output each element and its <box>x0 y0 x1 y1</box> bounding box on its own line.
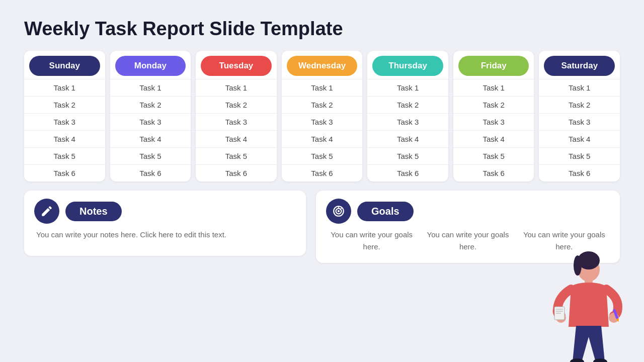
task-item-wednesday-4[interactable]: Task 4 <box>282 130 363 147</box>
task-item-monday-1[interactable]: Task 1 <box>110 79 191 96</box>
day-header-wednesday: Wednesday <box>287 56 358 76</box>
task-item-monday-6[interactable]: Task 6 <box>110 164 191 182</box>
task-item-wednesday-1[interactable]: Task 1 <box>282 79 363 96</box>
task-item-friday-4[interactable]: Task 4 <box>453 130 534 147</box>
task-item-wednesday-3[interactable]: Task 3 <box>282 113 363 130</box>
task-item-sunday-6[interactable]: Task 6 <box>24 164 105 182</box>
notes-body[interactable]: You can write your notes here. Click her… <box>34 229 296 241</box>
task-item-wednesday-5[interactable]: Task 5 <box>282 147 363 164</box>
page-title: Weekly Task Report Slide Template <box>24 18 620 40</box>
day-col-thursday: ThursdayTask 1Task 2Task 3Task 4Task 5Ta… <box>367 51 448 182</box>
svg-point-7 <box>574 255 582 276</box>
goals-header: Goals <box>326 199 610 224</box>
day-col-friday: FridayTask 1Task 2Task 3Task 4Task 5Task… <box>453 51 534 182</box>
notes-header: Notes <box>34 199 296 224</box>
goal-item-1[interactable]: You can write your goals here. <box>326 229 417 253</box>
task-item-monday-3[interactable]: Task 3 <box>110 113 191 130</box>
goals-label: Goals <box>357 202 414 221</box>
task-item-sunday-5[interactable]: Task 5 <box>24 147 105 164</box>
task-item-saturday-1[interactable]: Task 1 <box>539 79 620 96</box>
task-item-friday-5[interactable]: Task 5 <box>453 147 534 164</box>
day-col-monday: MondayTask 1Task 2Task 3Task 4Task 5Task… <box>110 51 191 182</box>
task-item-thursday-3[interactable]: Task 3 <box>367 113 448 130</box>
task-item-tuesday-2[interactable]: Task 2 <box>196 96 277 113</box>
day-col-tuesday: TuesdayTask 1Task 2Task 3Task 4Task 5Tas… <box>196 51 277 182</box>
days-grid: SundayTask 1Task 2Task 3Task 4Task 5Task… <box>24 51 620 182</box>
task-item-sunday-4[interactable]: Task 4 <box>24 130 105 147</box>
day-col-saturday: SaturdayTask 1Task 2Task 3Task 4Task 5Ta… <box>539 51 620 182</box>
task-item-sunday-2[interactable]: Task 2 <box>24 96 105 113</box>
task-item-tuesday-4[interactable]: Task 4 <box>196 130 277 147</box>
svg-rect-15 <box>556 311 563 312</box>
task-item-thursday-6[interactable]: Task 6 <box>367 164 448 182</box>
task-item-monday-4[interactable]: Task 4 <box>110 130 191 147</box>
person-svg <box>543 241 629 362</box>
task-item-friday-6[interactable]: Task 6 <box>453 164 534 182</box>
task-item-saturday-3[interactable]: Task 3 <box>539 113 620 130</box>
task-item-wednesday-6[interactable]: Task 6 <box>282 164 363 182</box>
task-item-tuesday-5[interactable]: Task 5 <box>196 147 277 164</box>
day-header-saturday: Saturday <box>544 56 615 76</box>
task-item-sunday-3[interactable]: Task 3 <box>24 113 105 130</box>
task-item-tuesday-3[interactable]: Task 3 <box>196 113 277 130</box>
task-item-friday-2[interactable]: Task 2 <box>453 96 534 113</box>
task-item-saturday-2[interactable]: Task 2 <box>539 96 620 113</box>
person-illustration <box>543 241 629 357</box>
notes-panel: Notes You can write your notes here. Cli… <box>24 191 306 256</box>
day-col-sunday: SundayTask 1Task 2Task 3Task 4Task 5Task… <box>24 51 105 182</box>
svg-rect-14 <box>556 309 563 310</box>
task-item-friday-3[interactable]: Task 3 <box>453 113 534 130</box>
task-item-friday-1[interactable]: Task 1 <box>453 79 534 96</box>
svg-rect-16 <box>556 313 561 314</box>
svg-point-2 <box>338 210 340 212</box>
task-item-wednesday-2[interactable]: Task 2 <box>282 96 363 113</box>
day-header-sunday: Sunday <box>29 56 100 76</box>
svg-line-4 <box>341 208 342 209</box>
notes-label: Notes <box>65 202 122 221</box>
pencil-icon <box>40 205 53 218</box>
notes-icon-circle <box>34 199 59 224</box>
task-item-thursday-2[interactable]: Task 2 <box>367 96 448 113</box>
goals-icon-circle <box>326 199 351 224</box>
task-item-tuesday-6[interactable]: Task 6 <box>196 164 277 182</box>
day-header-friday: Friday <box>458 56 529 76</box>
task-item-saturday-5[interactable]: Task 5 <box>539 147 620 164</box>
task-item-monday-5[interactable]: Task 5 <box>110 147 191 164</box>
day-header-monday: Monday <box>115 56 186 76</box>
day-col-wednesday: WednesdayTask 1Task 2Task 3Task 4Task 5T… <box>282 51 363 182</box>
task-item-thursday-1[interactable]: Task 1 <box>367 79 448 96</box>
task-item-thursday-4[interactable]: Task 4 <box>367 130 448 147</box>
task-item-saturday-6[interactable]: Task 6 <box>539 164 620 182</box>
target-icon <box>332 205 345 218</box>
task-item-monday-2[interactable]: Task 2 <box>110 96 191 113</box>
day-header-thursday: Thursday <box>372 56 443 76</box>
task-item-thursday-5[interactable]: Task 5 <box>367 147 448 164</box>
bottom-section: Notes You can write your notes here. Cli… <box>24 191 620 350</box>
task-item-saturday-4[interactable]: Task 4 <box>539 130 620 147</box>
task-item-tuesday-1[interactable]: Task 1 <box>196 79 277 96</box>
goal-item-2[interactable]: You can write your goals here. <box>422 229 513 253</box>
task-item-sunday-1[interactable]: Task 1 <box>24 79 105 96</box>
day-header-tuesday: Tuesday <box>201 56 272 76</box>
